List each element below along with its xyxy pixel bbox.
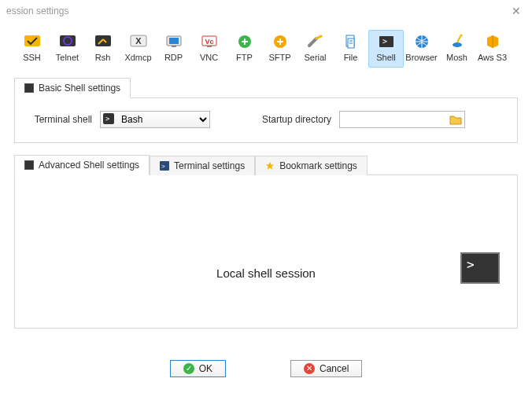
basic-shell-panel: Terminal shell > Bash Startup directory [14,97,518,143]
terminal-shell-select[interactable]: Bash [100,111,210,128]
session-type-ssh[interactable]: SSH [14,30,50,68]
session-type-label: Shell [376,53,395,62]
awss3-icon [483,34,502,50]
titlebar: ession settings ✕ [0,0,532,22]
cancel-label: Cancel [320,363,349,374]
svg-text:Vc: Vc [205,38,213,46]
session-type-mosh[interactable]: Mosh [439,30,475,68]
shell-icon: > [377,34,396,50]
rsh-icon [94,34,113,50]
tab-label: Terminal settings [174,160,245,171]
ok-button[interactable]: ✓ OK [170,360,226,377]
close-button[interactable]: ✕ [507,2,526,20]
svg-rect-11 [207,46,212,47]
session-preview-title: Local shell session [216,266,316,280]
basic-settings-area: Basic Shell settings Terminal shell > Ba… [14,77,518,143]
startup-dir-input[interactable] [339,111,465,128]
advanced-settings-area: Advanced Shell settings > Terminal setti… [14,154,518,329]
session-type-file[interactable]: File [333,30,368,68]
session-type-ftp[interactable]: FTP [227,30,262,68]
svg-text:>: > [382,37,387,46]
session-type-label: Telnet [56,53,79,62]
session-type-label: Serial [304,53,326,62]
session-type-label: File [344,53,358,62]
ssh-icon [23,34,42,50]
session-type-browser[interactable]: Browser [404,30,439,68]
serial-icon [306,34,325,50]
session-preview-panel: Local shell session > [14,174,518,329]
sftp-icon [271,34,290,50]
svg-rect-3 [95,35,111,46]
session-type-label: RDP [164,53,183,62]
prompt-glyph: > [467,257,475,272]
svg-line-22 [457,36,460,42]
session-type-label: Xdmcp [124,53,151,62]
browser-icon [412,34,431,50]
cancel-icon: ✕ [304,363,315,374]
session-type-label: Mosh [446,53,467,62]
mosh-icon [448,34,467,50]
tab-basic-shell[interactable]: Basic Shell settings [14,78,131,98]
svg-rect-7 [169,38,179,44]
svg-rect-0 [24,35,40,46]
session-type-label: Rsh [95,53,111,62]
session-type-rsh[interactable]: Rsh [85,30,120,68]
session-type-label: SFTP [268,53,290,62]
terminal-icon [24,160,34,170]
tab-advanced-shell[interactable]: Advanced Shell settings [14,155,150,175]
cancel-button[interactable]: ✕ Cancel [290,360,362,377]
session-type-label: Browser [405,53,437,62]
session-type-serial[interactable]: Serial [297,30,333,68]
xdmcp-icon: X [129,34,148,50]
telnet-icon [58,34,77,50]
tab-terminal-settings[interactable]: > Terminal settings [150,156,255,175]
vnc-icon: Vc [200,34,219,50]
session-type-shell[interactable]: > Shell [368,30,404,68]
ftp-icon [235,34,254,50]
session-type-sftp[interactable]: SFTP [262,30,297,68]
terminal-settings-icon: > [160,161,169,171]
session-type-label: SSH [23,53,41,62]
session-type-toolbar: SSH Telnet Rsh X Xdmcp RDP Vc VNC [0,22,532,72]
close-icon: ✕ [512,5,521,17]
tab-label: Advanced Shell settings [39,160,139,171]
startup-dir-label: Startup directory [262,114,331,125]
terminal-preview-icon: > [460,252,500,284]
tab-bookmark-settings[interactable]: Bookmark settings [255,156,368,175]
folder-browse-button[interactable] [449,113,462,126]
tab-label: Bookmark settings [279,160,357,171]
session-type-telnet[interactable]: Telnet [50,30,85,68]
window-title: ession settings [6,6,507,17]
terminal-icon [24,83,34,93]
session-type-vnc[interactable]: Vc VNC [191,30,227,68]
session-type-label: FTP [236,53,253,62]
session-type-label: Aws S3 [478,53,507,62]
svg-text:>: > [161,163,165,170]
tab-label: Basic Shell settings [39,83,120,94]
svg-text:X: X [135,36,142,46]
svg-point-23 [460,35,462,37]
ok-icon: ✓ [183,363,194,374]
file-icon [342,34,360,50]
svg-point-21 [453,42,462,47]
dialog-footer: ✓ OK ✕ Cancel [0,360,532,377]
svg-rect-8 [172,46,176,47]
session-type-label: VNC [200,53,218,62]
rdp-icon [164,34,183,50]
terminal-shell-label: Terminal shell [29,114,92,125]
session-type-awss3[interactable]: Aws S3 [475,30,510,68]
session-type-xdmcp[interactable]: X Xdmcp [120,30,156,68]
star-icon [265,161,275,171]
ok-label: OK [199,363,212,374]
session-type-rdp[interactable]: RDP [156,30,191,68]
